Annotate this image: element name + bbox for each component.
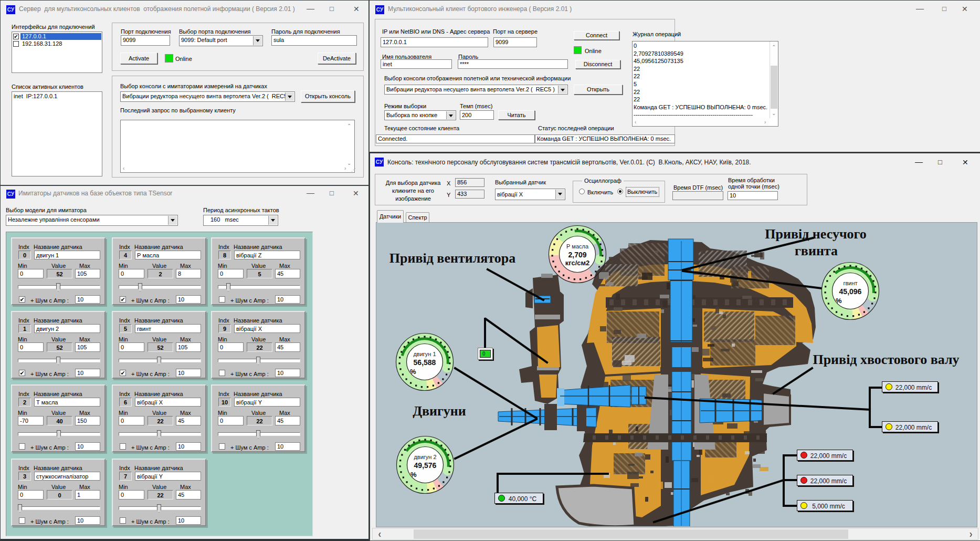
svg-text:45,096: 45,096 [839, 287, 862, 296]
svg-text:кгс/см2: кгс/см2 [565, 259, 590, 267]
svg-text:Привід вентилятора: Привід вентилятора [389, 251, 515, 266]
svg-text:2,709: 2,709 [568, 251, 586, 259]
svg-text:%: % [836, 297, 842, 305]
svg-text:Двигуни: Двигуни [413, 403, 466, 419]
svg-text:56,588: 56,588 [414, 358, 436, 367]
svg-text:Привід несучого: Привід несучого [765, 226, 866, 242]
svg-text:гвинт: гвинт [843, 280, 857, 286]
svg-text:двигун 2: двигун 2 [414, 454, 436, 460]
svg-text:%: % [410, 471, 417, 478]
svg-text:%: % [410, 368, 416, 376]
svg-text:гвинта: гвинта [795, 243, 838, 258]
svg-text:Р масла: Р масла [566, 243, 589, 249]
svg-text:двигун 1: двигун 1 [413, 351, 436, 357]
svg-text:Привід хвостового валу: Привід хвостового валу [813, 352, 959, 367]
svg-text:49,576: 49,576 [414, 461, 437, 470]
